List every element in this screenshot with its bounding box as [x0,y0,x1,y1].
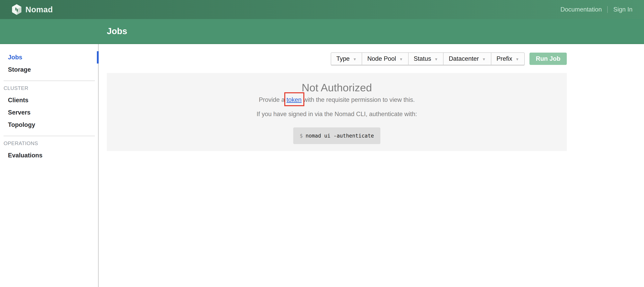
page-header: Jobs [0,19,644,44]
sidebar-item-evaluations[interactable]: Evaluations [0,149,98,162]
sidebar-section-operations: OPERATIONS [4,140,98,146]
main-panel: Type ▼ Node Pool ▼ Status ▼ Datacenter ▼… [99,44,644,287]
caret-down-icon: ▼ [482,57,486,61]
cli-message: If you have signed in via the Nomad CLI,… [107,110,567,119]
sidebar-item-storage[interactable]: Storage [0,64,98,76]
sidebar-item-jobs[interactable]: Jobs [0,51,98,64]
sidebar-item-topology[interactable]: Topology [0,119,98,131]
filter-node-pool-label: Node Pool [367,55,396,62]
token-message-prefix: Provide a [259,96,287,103]
nomad-logo-icon [12,4,22,15]
not-authorized-panel: Not Authorized Provide a token with the … [107,73,567,151]
topnav-separator [607,6,608,13]
token-message-suffix: with the requisite permission to view th… [302,96,415,103]
documentation-link[interactable]: Documentation [560,6,602,13]
topnav-links: Documentation Sign In [560,6,632,13]
caret-down-icon: ▼ [434,57,438,61]
brand-name: Nomad [26,5,53,14]
sign-in-link[interactable]: Sign In [613,6,632,13]
filter-prefix-label: Prefix [496,55,512,62]
sidebar-section-cluster: CLUSTER [4,85,98,91]
filter-type-dropdown[interactable]: Type ▼ [331,53,362,65]
sidebar-divider [4,80,95,81]
cli-prompt: $ [300,133,303,139]
top-navigation-bar: Nomad Documentation Sign In [0,0,644,19]
filter-status-label: Status [414,55,431,62]
token-message: Provide a token with the requisite permi… [107,95,567,104]
jobs-toolbar: Type ▼ Node Pool ▼ Status ▼ Datacenter ▼… [107,52,567,65]
caret-down-icon: ▼ [515,57,519,61]
filter-type-label: Type [336,55,350,62]
filter-node-pool-dropdown[interactable]: Node Pool ▼ [362,53,408,65]
filter-datacenter-label: Datacenter [449,55,479,62]
content-area: Jobs Storage CLUSTER Clients Servers Top… [0,44,644,287]
cli-command: nomad ui -authenticate [306,133,374,139]
token-link-wrap: token [286,95,302,104]
caret-down-icon: ▼ [399,57,403,61]
not-authorized-title: Not Authorized [107,82,567,94]
sidebar-item-servers[interactable]: Servers [0,106,98,119]
run-job-button[interactable]: Run Job [530,52,567,65]
nomad-brand-link[interactable]: Nomad [12,4,53,15]
sidebar: Jobs Storage CLUSTER Clients Servers Top… [0,44,99,287]
caret-down-icon: ▼ [353,57,356,61]
page-title: Jobs [107,26,127,36]
filter-group: Type ▼ Node Pool ▼ Status ▼ Datacenter ▼… [331,52,525,65]
filter-status-dropdown[interactable]: Status ▼ [408,53,443,65]
token-link[interactable]: token [286,96,302,103]
sidebar-item-clients[interactable]: Clients [0,94,98,106]
filter-datacenter-dropdown[interactable]: Datacenter ▼ [443,53,491,65]
filter-prefix-dropdown[interactable]: Prefix ▼ [491,53,524,65]
cli-code-block: $nomad ui -authenticate [293,128,380,144]
sidebar-divider [4,136,95,136]
